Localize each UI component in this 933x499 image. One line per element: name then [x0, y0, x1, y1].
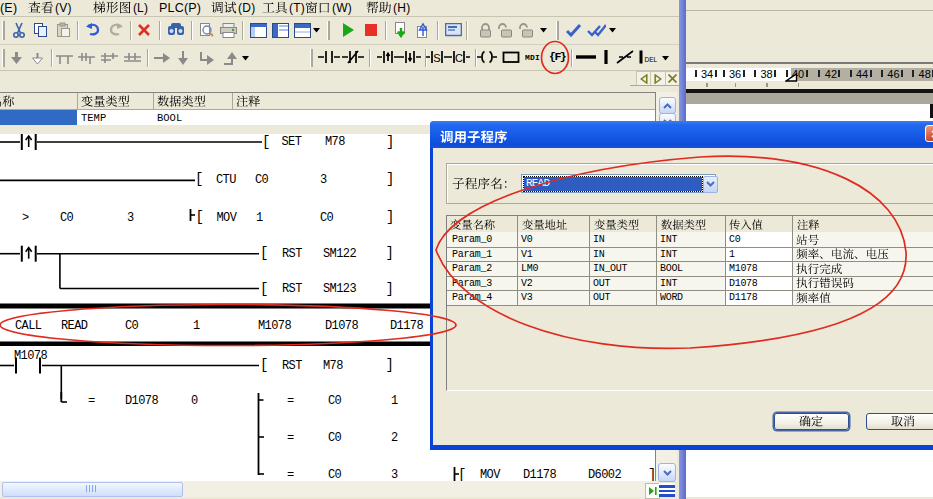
svg-text:DEL: DEL	[645, 56, 658, 63]
svg-text:C: C	[455, 52, 463, 64]
svg-text:S: S	[433, 52, 440, 64]
